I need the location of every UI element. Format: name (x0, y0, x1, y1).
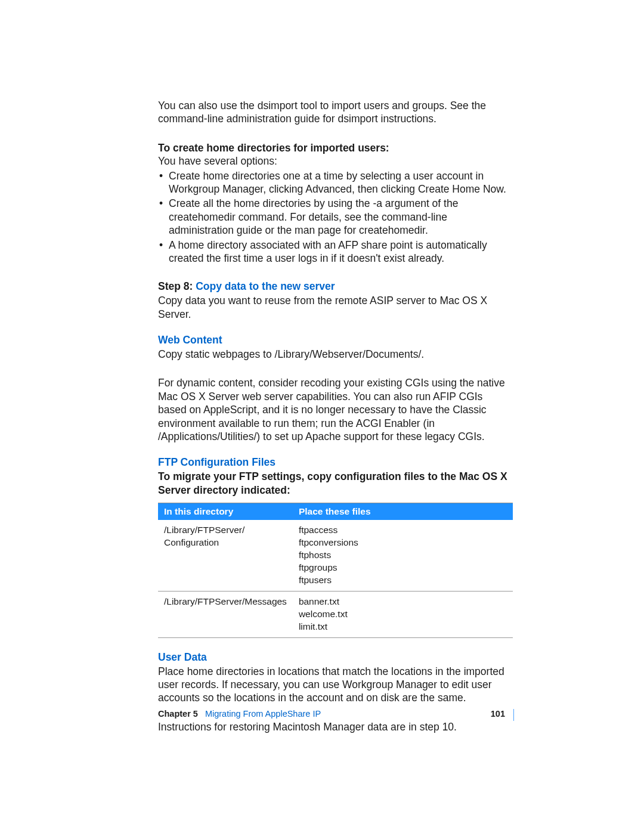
cell-directory: /Library/FTPServer/Messages (158, 591, 293, 637)
cell-files: banner.txtwelcome.txtlimit.txt (293, 591, 513, 637)
bullet-item: A home directory associated with an AFP … (158, 239, 513, 265)
footer-page-number: 101 (491, 709, 505, 719)
ftp-lead: To migrate your FTP settings, copy confi… (158, 470, 513, 497)
user-data-heading: User Data (158, 651, 513, 664)
footer-chapter: Chapter 5 (158, 709, 198, 719)
bullet-item: Create home directories one at a time by… (158, 169, 513, 196)
home-dirs-heading: To create home directories for imported … (158, 142, 389, 154)
user-data-p2: Instructions for restoring Macintosh Man… (158, 720, 513, 733)
user-data-p1: Place home directories in locations that… (158, 665, 513, 705)
table-row: /Library/FTPServer/Configuration ftpacce… (158, 520, 513, 591)
step8-title: Copy data to the new server (196, 280, 335, 292)
web-content-heading: Web Content (158, 334, 513, 346)
step8-body: Copy data you want to reuse from the rem… (158, 294, 513, 321)
step8-line: Step 8: Copy data to the new server (158, 280, 513, 293)
ftp-table: In this directory Place these files /Lib… (158, 503, 513, 637)
bullet-item: Create all the home directories by using… (158, 197, 513, 237)
home-dirs-block: To create home directories for imported … (158, 141, 513, 168)
table-header-row: In this directory Place these files (158, 503, 513, 521)
step8-label: Step 8: (158, 280, 196, 292)
home-dirs-bullets: Create home directories one at a time by… (158, 169, 513, 265)
web-content-p1: Copy static webpages to /Library/Webserv… (158, 348, 513, 361)
cell-files: ftpaccessftpconversionsftphostsftpgroups… (293, 520, 513, 591)
col-header-files: Place these files (293, 503, 513, 521)
page-footer: Chapter 5 Migrating From AppleShare IP 1… (158, 709, 514, 721)
home-dirs-lead: You have several options: (158, 155, 277, 167)
footer-left: Chapter 5 Migrating From AppleShare IP (158, 709, 321, 719)
ftp-heading: FTP Configuration Files (158, 456, 513, 469)
col-header-directory: In this directory (158, 503, 293, 521)
cell-directory: /Library/FTPServer/Configuration (158, 520, 293, 591)
table-row: /Library/FTPServer/Messages banner.txtwe… (158, 591, 513, 637)
footer-title: Migrating From AppleShare IP (205, 709, 321, 719)
document-page: You can also use the dsimport tool to im… (0, 0, 644, 833)
intro-paragraph: You can also use the dsimport tool to im… (158, 99, 513, 126)
web-content-p2: For dynamic content, consider recoding y… (158, 376, 513, 443)
